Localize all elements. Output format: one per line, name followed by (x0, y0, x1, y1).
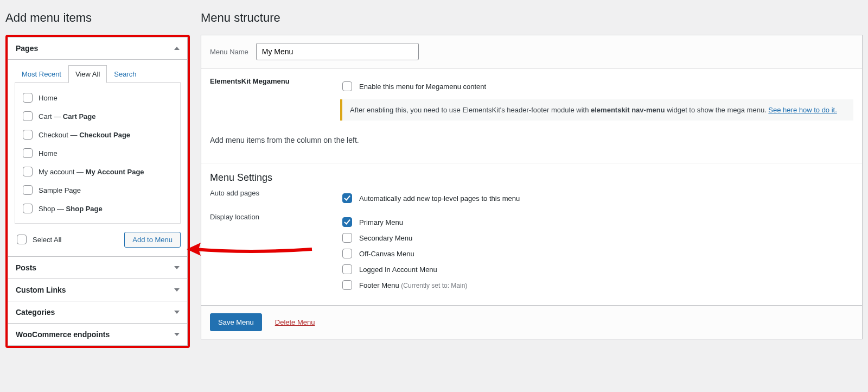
tab-view-all[interactable]: View All (68, 65, 107, 83)
add-to-menu-button[interactable]: Add to Menu (124, 232, 181, 248)
woocommerce-endpoints-metabox: WooCommerce endpoints (8, 324, 188, 346)
auto-add-pages-checkbox[interactable] (342, 193, 352, 203)
megamenu-section-label: ElementsKit Megamenu (210, 77, 329, 121)
list-item[interactable]: Sample Page (21, 181, 175, 199)
page-checkbox-shop[interactable] (23, 204, 33, 213)
chevron-down-icon (174, 311, 180, 314)
tab-search[interactable]: Search (107, 65, 143, 83)
custom-links-toggle[interactable]: Custom Links (8, 279, 187, 301)
delete-menu-link[interactable]: Delete Menu (272, 318, 318, 327)
page-checkbox-cart[interactable] (23, 111, 33, 121)
location-offcanvas-checkbox[interactable] (342, 249, 352, 258)
page-checkbox-my-account[interactable] (23, 167, 33, 176)
save-menu-button[interactable]: Save Menu (210, 313, 262, 331)
list-item[interactable]: My account — My Account Page (21, 162, 175, 181)
location-logged-in-checkbox[interactable] (342, 264, 352, 274)
pages-list: Home Cart — Cart Page Checkout — Checkou… (15, 83, 181, 224)
menu-structure-heading: Menu structure (201, 11, 863, 25)
megamenu-notice: After enabling this, you need to use Ele… (340, 99, 853, 121)
chevron-down-icon (174, 333, 180, 336)
page-checkbox-home-2[interactable] (23, 148, 33, 158)
custom-links-metabox: Custom Links (8, 279, 188, 301)
chevron-up-icon (174, 47, 180, 50)
location-secondary-checkbox[interactable] (342, 233, 352, 243)
menu-empty-instruction: Add menu items from the column on the le… (210, 136, 853, 144)
chevron-down-icon (174, 288, 180, 292)
location-primary-checkbox[interactable] (342, 217, 352, 227)
posts-metabox: Posts (8, 257, 188, 279)
pages-toggle[interactable]: Pages (8, 37, 187, 60)
chevron-down-icon (174, 266, 180, 269)
add-menu-items-heading: Add menu items (5, 11, 190, 25)
list-item[interactable]: Home (21, 88, 175, 107)
page-checkbox-sample[interactable] (23, 185, 33, 195)
enable-megamenu-label: Enable this menu for Megamenu content (359, 83, 486, 91)
menu-name-input[interactable] (256, 43, 419, 60)
add-menu-items-panel: Pages Most Recent View All Search Home (5, 35, 190, 348)
enable-megamenu-checkbox[interactable] (342, 81, 352, 91)
page-checkbox-home[interactable] (23, 93, 33, 103)
pages-tabs: Most Recent View All Search (15, 65, 181, 83)
tab-most-recent[interactable]: Most Recent (15, 65, 68, 83)
menu-edit-panel: Menu Name ElementsKit Megamenu Enable th… (201, 35, 863, 339)
display-location-label: Display location (210, 213, 329, 294)
posts-toggle[interactable]: Posts (8, 257, 187, 279)
list-item[interactable]: Checkout — Checkout Page (21, 125, 175, 144)
select-all-row[interactable]: Select All (15, 230, 61, 249)
list-item[interactable]: Home (21, 144, 175, 162)
categories-toggle[interactable]: Categories (8, 301, 187, 323)
categories-metabox: Categories (8, 301, 188, 324)
menu-name-label: Menu Name (210, 48, 248, 56)
list-item[interactable]: Shop — Shop Page (21, 199, 175, 218)
megamenu-help-link[interactable]: See here how to do it. (768, 106, 837, 114)
woocommerce-endpoints-toggle[interactable]: WooCommerce endpoints (8, 324, 187, 345)
auto-add-pages-label: Auto add pages (210, 189, 329, 207)
list-item[interactable]: Cart — Cart Page (21, 107, 175, 125)
menu-settings-heading: Menu Settings (210, 172, 853, 184)
location-footer-checkbox[interactable] (342, 280, 352, 290)
select-all-checkbox[interactable] (17, 235, 27, 244)
page-checkbox-checkout[interactable] (23, 130, 33, 140)
pages-metabox: Pages Most Recent View All Search Home (8, 37, 188, 257)
